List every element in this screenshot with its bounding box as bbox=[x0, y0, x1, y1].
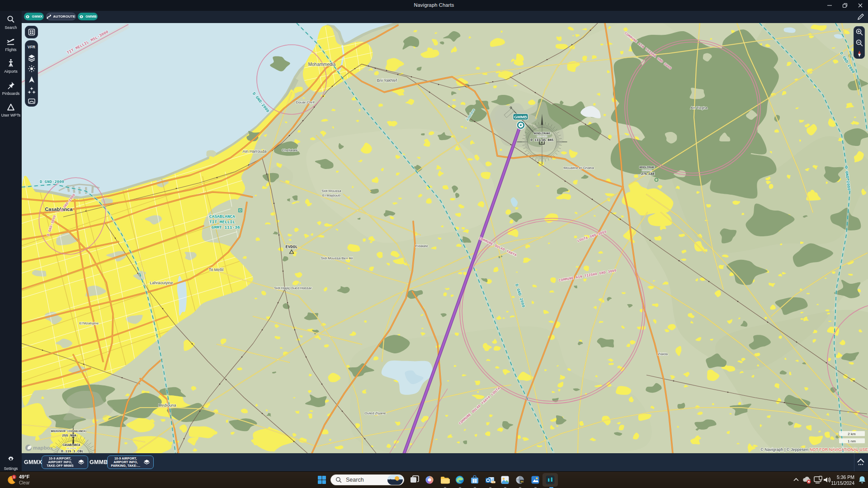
svg-text:xxx xxx xxx: xxx xxx xxx bbox=[642, 169, 651, 171]
svg-text:NOT FOR NAVIGATIONAL USE: NOT FOR NAVIGATIONAL USE bbox=[810, 447, 868, 452]
svg-text:D 137.45 BNS: D 137.45 BNS bbox=[531, 138, 553, 142]
svg-text:Bni Yakhlef: Bni Yakhlef bbox=[377, 78, 397, 83]
svg-text:Ain Tizgha: Ain Tizgha bbox=[690, 106, 708, 110]
svg-text:Sidi Moussa: Sidi Moussa bbox=[321, 189, 341, 193]
svg-text:Tit Mellil: Tit Mellil bbox=[209, 267, 224, 272]
svg-text:© Navigraph | © Jeppesen: © Navigraph | © Jeppesen bbox=[760, 447, 808, 452]
svg-text:64: 64 bbox=[520, 480, 524, 483]
svg-text:xxx xxx xxx: xxx xxx xxx bbox=[66, 447, 76, 449]
svg-text:255 NUA: 255 NUA bbox=[62, 434, 76, 437]
svg-text:Moualine el Ghaba: Moualine el Ghaba bbox=[563, 166, 594, 170]
svg-text:Sidi Moussa Ben Ali: Sidi Moussa Ben Ali bbox=[321, 256, 353, 260]
svg-text:1: 1 bbox=[13, 475, 15, 479]
svg-text:Mohammedia: Mohammedia bbox=[308, 62, 336, 67]
svg-text:D GND-2000: D GND-2000 bbox=[40, 180, 64, 184]
svg-text:El'Mzabyine: El'Mzabyine bbox=[80, 321, 99, 325]
svg-text:Chellalate: Chellalate bbox=[282, 148, 298, 152]
svg-text:xxx xx xxx: xxx xx xxx bbox=[537, 136, 547, 137]
svg-text:BENSLIMANE: BENSLIMANE bbox=[639, 166, 655, 169]
svg-text:1 nm: 1 nm bbox=[848, 439, 856, 443]
svg-text:EVDOL: EVDOL bbox=[285, 245, 297, 249]
svg-text:D 115.1 CBL: D 115.1 CBL bbox=[61, 450, 84, 453]
svg-text:TIT MELLIL: TIT MELLIL bbox=[209, 220, 235, 225]
svg-text:Ouled Ziyane: Ouled Ziyane bbox=[364, 411, 386, 415]
svg-text:GMMT 111-36: GMMT 111-36 bbox=[212, 225, 240, 230]
svg-text:Ziaida: Ziaida bbox=[658, 352, 668, 356]
svg-text:Lahraouiyine: Lahraouiyine bbox=[150, 281, 173, 285]
svg-text:El Majdoub: El Majdoub bbox=[322, 193, 341, 197]
svg-text:2 km: 2 km bbox=[848, 432, 856, 436]
svg-text:mapbox: mapbox bbox=[33, 445, 53, 450]
svg-text:Fidalate: Fidalate bbox=[415, 244, 429, 248]
svg-text:275 CAE: 275 CAE bbox=[641, 172, 654, 176]
svg-text:Mediouna: Mediouna bbox=[158, 403, 176, 408]
svg-text:BENSLIMANE: BENSLIMANE bbox=[534, 132, 550, 135]
svg-text:NOUASSEUR (CASABLANCA): NOUASSEUR (CASABLANCA) bbox=[51, 430, 86, 433]
svg-text:Casablanca: Casablanca bbox=[45, 206, 73, 212]
svg-text:CASABLANCA: CASABLANCA bbox=[62, 444, 80, 447]
svg-text:Ain Harrouda: Ain Harrouda bbox=[242, 149, 266, 154]
svg-text:Douar Chrif: Douar Chrif bbox=[296, 100, 315, 104]
svg-text:CASABLANCA: CASABLANCA bbox=[209, 214, 235, 219]
svg-text:Sidi Hajaj Oued Hassar: Sidi Hajaj Oued Hassar bbox=[274, 286, 311, 290]
svg-text:NEW: NEW bbox=[491, 481, 495, 483]
svg-text:GMMB: GMMB bbox=[514, 115, 527, 119]
